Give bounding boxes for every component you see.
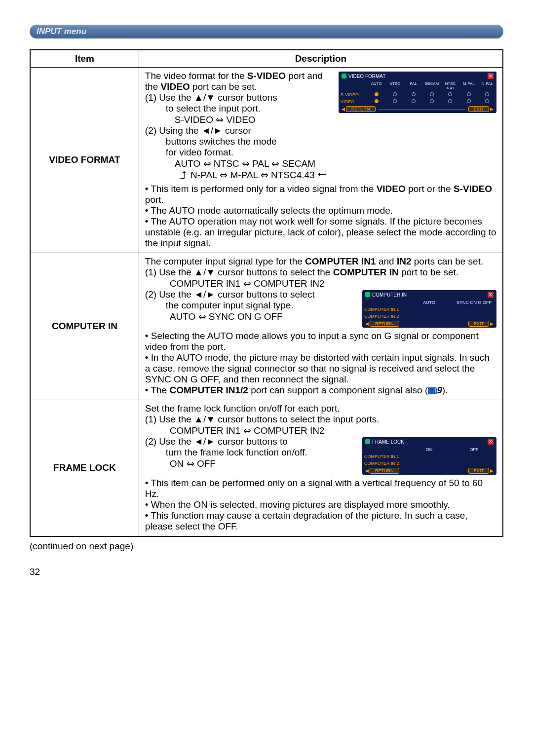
desc-video-format: VIDEO FORMAT✕ AUTO NTSC PAL SECAM NTSC 4…: [139, 68, 503, 253]
book-icon: [428, 387, 437, 394]
osd-video-format: VIDEO FORMAT✕ AUTO NTSC PAL SECAM NTSC 4…: [339, 72, 496, 113]
ci-note3: • The COMPUTER IN1/2 port can support a …: [145, 385, 448, 395]
monitor-icon: [365, 292, 370, 297]
ci-seq1: COMPUTER IN1 ⇔ COMPUTER IN2: [145, 278, 496, 289]
vf-note2: • The AUTO mode automatically selects th…: [145, 205, 393, 216]
desc-computer-in: The computer input signal type for the C…: [139, 253, 503, 400]
menu-header: INPUT menu: [30, 25, 503, 38]
row-frame-lock: FRAME LOCK Set the frame lock function o…: [30, 400, 503, 537]
lock-icon: [365, 439, 370, 444]
item-video-format: VIDEO FORMAT: [30, 68, 139, 253]
vf-seq1: S-VIDEO ⇔ VIDEO: [145, 114, 496, 125]
col-desc: Description: [139, 50, 503, 68]
close-icon: ✕: [488, 73, 494, 79]
ci-note1: • Selecting the AUTO mode allows you to …: [145, 331, 479, 352]
continued-text: (continued on next page): [30, 541, 503, 552]
settings-table: Item Description VIDEO FORMAT VIDEO FORM…: [30, 49, 503, 537]
item-computer-in: COMPUTER IN: [30, 253, 139, 400]
ci-note2: • In the AUTO mode, the picture may be d…: [145, 352, 490, 384]
col-item: Item: [30, 50, 139, 68]
vf-note3: • The AUTO operation may not work well f…: [145, 216, 496, 248]
osd-computer-in: COMPUTER IN✕ AUTOSYNC ON G OFF COMPUTER …: [362, 290, 496, 328]
page-number: 32: [30, 567, 503, 577]
vf-step2a: (2) Using the ◄/► cursor: [145, 125, 251, 136]
fl-step1: (1) Use the ▲/▼ cursor buttons to select…: [145, 414, 380, 424]
fl-note2: • When the ON is selected, moving pictur…: [145, 499, 450, 510]
fl-seq1: COMPUTER IN1 ⇔ COMPUTER IN2: [145, 425, 496, 436]
row-computer-in: COMPUTER IN The computer input signal ty…: [30, 253, 503, 400]
fl-note1: • This item can be performed only on a s…: [145, 478, 483, 499]
osd-frame-lock: FRAME LOCK✕ ONOFF COMPUTER IN 1 COMPUTER…: [362, 437, 496, 475]
close-icon: ✕: [488, 292, 494, 298]
vf-seq-bot: ⮥ N-PAL ⇔ M-PAL ⇔ NTSC4.43 ⮠: [145, 169, 496, 181]
close-icon: ✕: [488, 439, 494, 445]
vf-note1: • This item is performed only for a vide…: [145, 184, 492, 205]
vf-step2b: buttons switches the mode: [145, 136, 496, 147]
vf-seq-top: AUTO ⇔ NTSC ⇔ PAL ⇔ SECAM: [145, 158, 496, 169]
item-frame-lock: FRAME LOCK: [30, 400, 139, 537]
radio-icon: [393, 92, 397, 96]
ci-intro: The computer input signal type for the C…: [145, 256, 483, 266]
row-video-format: VIDEO FORMAT VIDEO FORMAT✕ AUTO NTSC PAL…: [30, 68, 503, 253]
fl-step2a: (2) Use the ◄/► cursor buttons to: [145, 436, 288, 447]
ci-step1: (1) Use the ▲/▼ cursor buttons to select…: [145, 267, 458, 277]
radio-selected-icon: [375, 92, 379, 96]
fl-intro: Set the frame lock function on/off for e…: [145, 403, 340, 414]
gear-icon: [342, 74, 346, 78]
desc-frame-lock: Set the frame lock function on/off for e…: [139, 400, 503, 537]
fl-note3: • This function may cause a certain degr…: [145, 510, 468, 531]
vf-intro: The video format for the S-VIDEO port an…: [145, 71, 323, 92]
menu-header-label: INPUT menu: [37, 27, 86, 37]
vf-step2c: for video format.: [145, 147, 496, 158]
ci-step2a: (2) Use the ◄/► cursor buttons to select: [145, 289, 315, 300]
vf-step1a: (1) Use the ▲/▼ cursor buttons: [145, 92, 277, 103]
